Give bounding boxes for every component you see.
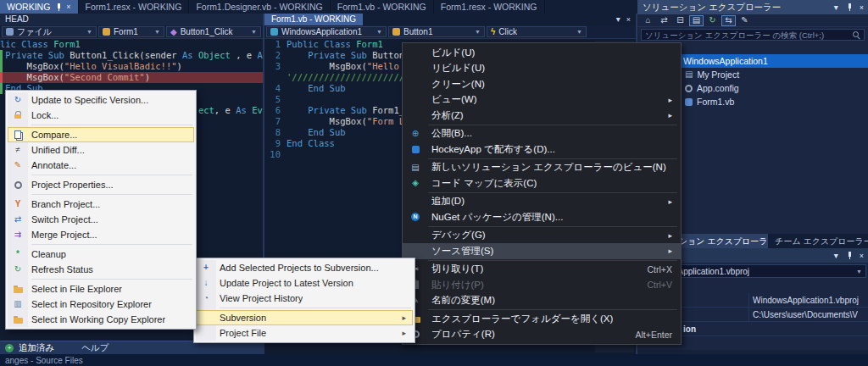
menu-item[interactable]: ↻Update to Specific Version... [8, 92, 194, 108]
menu-item[interactable]: ✎名前の変更(M) [403, 293, 681, 309]
window-position-icon[interactable]: ▾ [834, 252, 838, 260]
menu-item[interactable]: +Add Selected Projects to Subversion... [196, 260, 413, 275]
close-icon[interactable]: × [860, 252, 864, 260]
pin-icon[interactable] [54, 3, 62, 11]
toolbar-button[interactable]: ▤ [689, 15, 704, 26]
document-tab[interactable]: Form1.resx - WORKING [434, 0, 545, 14]
menu-item[interactable]: デバッグ(G)▸ [403, 228, 681, 244]
menu-item[interactable]: *Cleanup [8, 247, 194, 262]
compare-icon [14, 130, 21, 139]
menu-item[interactable]: ≠Unified Diff... [8, 142, 194, 158]
panel-tab[interactable]: チーム エクスプローラー [768, 234, 868, 248]
pin-icon[interactable] [845, 252, 853, 259]
navbar-dropdown[interactable]: ◆Button1_Click▼ [166, 26, 261, 37]
diff-icon: ≠ [15, 146, 20, 154]
navbar-dropdown[interactable]: Button1▼ [388, 26, 485, 37]
menu-item[interactable]: YBranch Project... [8, 197, 194, 212]
menu-item[interactable]: ビルド(U) [403, 45, 681, 61]
editor-tab-form1vb[interactable]: Form1.vb - WORKING [264, 14, 363, 25]
menu-item[interactable]: クリーン(N) [403, 76, 681, 92]
menu-item-label: Annotate... [31, 160, 76, 170]
menu-item[interactable]: 分析(Z)▸ [403, 108, 681, 124]
toolbar-button[interactable]: ⌂ [641, 15, 655, 26]
tab-list-dropdown-icon[interactable]: ▾ [616, 15, 620, 24]
menu-item[interactable]: ◈コード マップに表示(C) [403, 175, 681, 191]
navbar-dropdown[interactable]: ファイル▼ [2, 26, 97, 37]
menu-item[interactable]: ↻Refresh Status [8, 262, 194, 277]
code-line[interactable]: MsgBox("Hello VisualBadic!!") [0, 61, 263, 72]
tree-item-label: My Project [697, 69, 739, 80]
code-line[interactable]: MsgBox("Second Commit") [0, 72, 263, 83]
menu-item[interactable]: Select in Working Copy Explorer [8, 312, 194, 327]
menu-item[interactable]: ↓Update Project to Latest Version [196, 275, 413, 291]
line-number [264, 72, 287, 83]
menu-item[interactable]: ソース管理(S)▸ [403, 243, 681, 259]
menu-item-label: Refresh Status [31, 264, 93, 274]
document-tab-label: Form1.resx - WORKING [441, 2, 537, 12]
submenu-arrow-icon: ▸ [658, 111, 672, 119]
menu-item-label: Update Project to Latest Version [220, 278, 353, 288]
document-tab[interactable]: Form1.Designer.vb - WORKING [189, 0, 330, 14]
repo-icon: ▥ [9, 300, 26, 308]
close-editor-icon[interactable]: × [626, 15, 631, 24]
menu-item[interactable]: ⇄Switch Project... [8, 212, 194, 227]
menu-item[interactable]: Lock... [8, 108, 194, 123]
menu-item[interactable]: ビュー(W)▸ [403, 92, 681, 108]
toolbar-button[interactable]: ↻ [705, 15, 720, 26]
menu-item[interactable]: NNuGet パッケージの管理(N)... [403, 209, 681, 225]
menu-item[interactable]: Subversion▸ [196, 310, 413, 325]
class-icon [103, 28, 110, 36]
close-icon[interactable]: × [66, 3, 70, 11]
navbar-dropdown[interactable]: Form1▼ [98, 26, 164, 37]
menu-item[interactable]: ▥Select in Repository Explorer [8, 297, 194, 312]
toolbar-button[interactable]: ✎ [737, 15, 752, 26]
menu-item[interactable]: ▤新しいソリューション エクスプローラーのビュー(N) [403, 160, 681, 176]
menu-item[interactable]: エクスプローラーでフォルダーを開く(X) [403, 311, 681, 327]
menu-separator [428, 260, 677, 261]
menu-item[interactable]: ✂切り取り(T)Ctrl+X [403, 262, 681, 278]
form-icon [685, 98, 693, 106]
help-link[interactable]: ヘルプ [81, 342, 108, 354]
navbar-dropdown[interactable]: WindowsApplication1▼ [266, 26, 387, 37]
history-icon: ◔ [198, 294, 214, 302]
code-line[interactable]: Public Class Form1 [0, 39, 263, 50]
close-icon[interactable]: × [860, 3, 864, 12]
menu-item[interactable]: ⇉Merge Project... [8, 227, 194, 242]
toolbar-button[interactable]: ⇆ [721, 15, 736, 26]
chevron-down-icon: ▼ [154, 29, 160, 35]
project-icon [270, 28, 278, 36]
properties-icon [14, 181, 22, 189]
pin-icon[interactable] [845, 3, 853, 11]
menu-item-label: ソース管理(S) [431, 245, 493, 258]
toolbar-button[interactable]: ⊟ [673, 15, 687, 26]
toolbar-button[interactable]: ⇄ [657, 15, 671, 26]
menu-item[interactable]: HockeyApp で配布する(D)... [403, 141, 681, 158]
chevron-down-icon: ▼ [475, 29, 481, 35]
menu-item[interactable]: Compare... [8, 127, 194, 142]
tree-item-label: WindowsApplication1 [683, 56, 768, 66]
menu-item[interactable]: ◔View Project History [196, 291, 413, 306]
code-line[interactable]: Private Sub Button1_Click(sender As Obje… [0, 50, 263, 61]
refresh-status-icon: ↻ [9, 265, 26, 274]
merge-icon: ⇉ [9, 230, 26, 239]
document-tab[interactable]: WORKING× [0, 0, 79, 14]
menu-item-label: クリーン(N) [431, 78, 485, 91]
lock-icon [14, 111, 22, 119]
menu-item[interactable]: ✎Annotate... [8, 158, 194, 173]
menu-item-label: 分析(Z) [431, 109, 464, 122]
menu-item[interactable]: リビルド(U) [403, 61, 681, 77]
menu-item[interactable]: 追加(D)▸ [403, 194, 681, 210]
menu-item[interactable]: Project Properties... [8, 177, 194, 192]
search-input[interactable] [641, 29, 865, 41]
window-position-icon[interactable]: ▾ [834, 3, 838, 12]
menu-item[interactable]: Select in File Explorer [8, 281, 194, 297]
document-tab[interactable]: Form1.vb - WORKING [331, 0, 434, 14]
menu-item[interactable]: プロパティ(R)Alt+Enter [403, 327, 681, 343]
svn-add-icon: + [198, 263, 214, 272]
menu-item[interactable]: 貼り付け(P)Ctrl+V [403, 277, 681, 293]
document-tab[interactable]: Form1.resx - WORKING [79, 0, 190, 14]
line-number: 4 [264, 83, 287, 94]
navbar-dropdown[interactable]: ϟClick▼ [487, 26, 587, 37]
menu-item[interactable]: Project File▸ [196, 325, 413, 341]
menu-item[interactable]: ⊕公開(B)... [403, 126, 681, 142]
